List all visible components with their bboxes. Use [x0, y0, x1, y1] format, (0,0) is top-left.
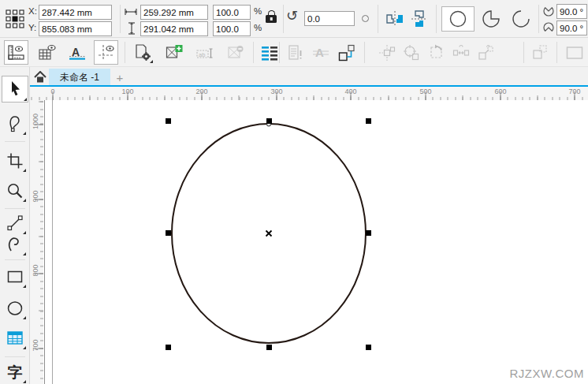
object-width-input[interactable]	[140, 5, 208, 20]
document-tab-bar: 未命名 -1 +	[30, 67, 588, 87]
table-tool[interactable]	[3, 326, 27, 350]
text-edit-icon: A	[312, 44, 329, 62]
show-guidelines-button[interactable]	[94, 40, 118, 65]
artistic-media-tool[interactable]	[3, 233, 27, 256]
rectangle-tool-icon	[6, 268, 24, 285]
text-frame-button[interactable]: ab	[192, 40, 217, 65]
crop-tool-icon	[6, 152, 24, 170]
selection-handle-top-center[interactable]	[266, 118, 272, 124]
position-icon	[378, 44, 396, 62]
rectangle-tool[interactable]	[3, 265, 27, 289]
svg-text:ab: ab	[199, 50, 205, 58]
scale-height-percent-label: %	[254, 23, 262, 32]
text-tool[interactable]: 字	[3, 360, 27, 384]
rotate-icon: ↺	[286, 9, 298, 23]
ellipse-mode-button[interactable]	[441, 6, 474, 32]
grid-eye-icon	[39, 44, 56, 62]
columns-settings-button[interactable]	[258, 40, 281, 65]
text-statistics-button[interactable]	[284, 40, 307, 65]
pie-mode-button[interactable]	[479, 9, 503, 29]
rotate-objects-icon	[428, 44, 445, 62]
selection-handle-bottom-center[interactable]	[266, 345, 272, 350]
scale-width-input[interactable]	[213, 5, 251, 20]
link-frames-button[interactable]	[334, 40, 359, 65]
document-tab[interactable]: 未命名 -1	[49, 69, 110, 87]
y-position-input[interactable]	[39, 21, 112, 36]
zoom-tool-icon	[6, 182, 24, 199]
mirror-vertical-button[interactable]	[409, 9, 430, 28]
ellipse-object[interactable]	[43, 100, 588, 384]
link-frames-icon	[338, 44, 355, 62]
show-rulers-button[interactable]	[4, 40, 28, 65]
start-angle-input[interactable]	[556, 4, 587, 19]
baseline-grid-icon: A	[69, 44, 86, 62]
mirror-horizontal-button[interactable]	[385, 9, 405, 28]
remove-frame-button[interactable]	[223, 40, 247, 65]
duplicate-frame-icon	[531, 44, 549, 62]
scale-objects-button[interactable]	[474, 40, 497, 65]
object-center-marker	[266, 231, 272, 237]
align-center-button[interactable]	[400, 40, 422, 65]
ellipse-tool[interactable]	[3, 296, 27, 320]
edit-text-button[interactable]: A	[309, 40, 333, 65]
mirror-horizontal-icon	[385, 11, 404, 27]
pick-tool-icon	[6, 80, 24, 98]
crop-tool[interactable]	[3, 149, 27, 173]
spacing-icon	[452, 44, 470, 62]
h-ruler-label: 400	[344, 88, 356, 95]
h-ruler-label: 500	[419, 88, 431, 95]
vertical-ruler[interactable]: 1000 900 800 700	[30, 100, 43, 384]
scale-icon	[477, 44, 494, 62]
guidelines-eye-icon	[98, 44, 115, 62]
y-label: Y:	[28, 23, 36, 32]
center-target-icon	[403, 44, 420, 62]
add-frame-button[interactable]	[162, 40, 186, 65]
pie-icon	[481, 9, 501, 29]
frame-minus-icon	[227, 44, 244, 62]
object-origin-button[interactable]	[5, 9, 25, 29]
spacing-button[interactable]	[449, 40, 472, 65]
pick-tool[interactable]	[2, 76, 28, 103]
ruler-eye-icon	[8, 44, 25, 62]
freehand-tool[interactable]	[3, 211, 27, 235]
page-frame-icon	[566, 44, 583, 62]
home-icon	[34, 71, 47, 83]
document-options-button[interactable]	[130, 40, 154, 65]
end-angle-input[interactable]	[556, 21, 587, 35]
mirror-vertical-icon	[411, 9, 427, 28]
home-button[interactable]	[32, 69, 48, 85]
horizontal-ruler[interactable]: 0 100 200 300 400 500 600 700	[30, 87, 588, 100]
selection-handle-bottom-right[interactable]	[366, 345, 371, 350]
selection-handle-top-right[interactable]	[366, 118, 371, 124]
selection-handle-top-left[interactable]	[166, 118, 171, 124]
watermark: RJZXW.COM	[510, 367, 585, 380]
h-ruler-label: 600	[494, 88, 506, 95]
v-ruler-label: 900	[32, 188, 39, 205]
arc-mode-button[interactable]	[509, 9, 533, 29]
scale-height-input[interactable]	[213, 21, 251, 36]
new-tab-button[interactable]: +	[113, 70, 127, 84]
selection-handle-middle-right[interactable]	[366, 230, 371, 236]
rotate-objects-button[interactable]	[425, 40, 448, 65]
lock-ratio-button[interactable]	[265, 10, 277, 28]
x-position-input[interactable]	[39, 5, 112, 20]
v-ruler-label: 800	[32, 262, 39, 279]
v-ruler-label: 700	[32, 337, 39, 354]
start-angle-icon	[543, 6, 554, 17]
object-origin-grid-icon	[6, 9, 24, 28]
show-baseline-grid-button[interactable]: A	[65, 40, 89, 65]
frame-plus-icon	[166, 44, 183, 62]
h-ruler-label: 700	[568, 88, 580, 95]
duplicate-frame-button[interactable]	[528, 40, 552, 65]
object-height-icon	[128, 22, 136, 35]
align-position-button[interactable]	[375, 40, 398, 65]
rotation-angle-input[interactable]	[304, 11, 355, 26]
page-frame-button[interactable]	[563, 40, 586, 65]
show-grid-button[interactable]	[35, 40, 59, 65]
zoom-tool[interactable]	[3, 179, 27, 203]
selection-handle-middle-left[interactable]	[166, 230, 171, 236]
text-frame-icon: ab	[196, 44, 214, 62]
selection-handle-bottom-left[interactable]	[166, 345, 171, 350]
shape-tool[interactable]	[3, 112, 27, 136]
object-height-input[interactable]	[140, 21, 208, 36]
